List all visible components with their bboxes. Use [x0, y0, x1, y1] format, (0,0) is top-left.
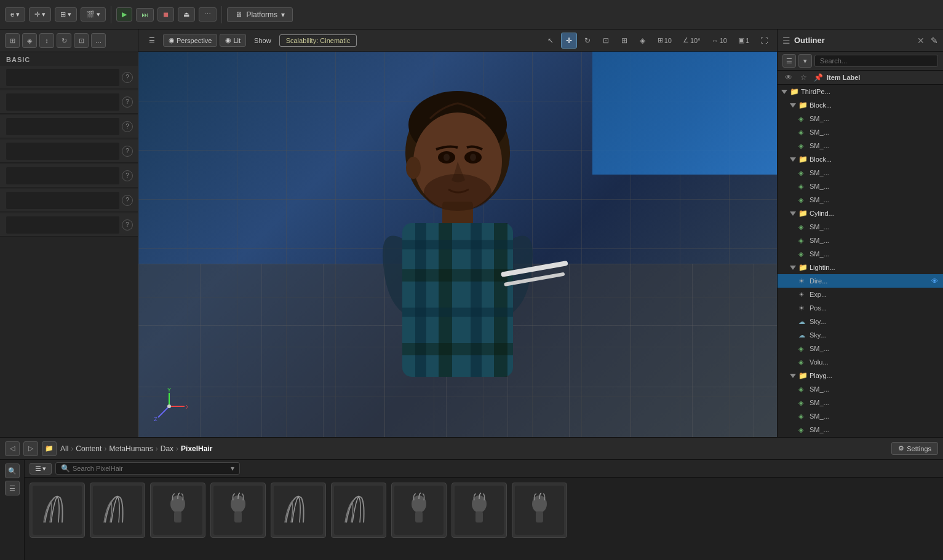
outline-item[interactable]: ◈ Volu... [778, 355, 943, 369]
outline-item[interactable]: 📁 ThirdPe... [778, 85, 943, 98]
panel-item-input-3[interactable] [6, 118, 119, 135]
asset-thumbnail[interactable] [512, 483, 567, 538]
outline-item[interactable]: ☀ Pos... [778, 301, 943, 315]
outline-item[interactable]: ◈ SM_... [778, 396, 943, 409]
panel-item-input-4[interactable] [6, 143, 119, 160]
asset-thumbnail[interactable] [271, 483, 326, 538]
help-icon-7[interactable]: ? [122, 219, 133, 231]
asset-thumbnail[interactable] [331, 483, 386, 538]
asset-thumbnail[interactable] [30, 483, 85, 538]
browser-nav-back[interactable]: ◁ [5, 441, 20, 456]
grid-size-btn[interactable]: ⊞ 10 [653, 34, 676, 46]
outline-item[interactable]: ◈ SM_... [778, 220, 943, 234]
outliner-close-btn[interactable]: ✕ [917, 36, 925, 45]
outline-item[interactable]: ◈ SM_... [778, 166, 943, 179]
move-icon-btn[interactable]: ↕ [39, 33, 54, 48]
help-icon-2[interactable]: ? [122, 97, 133, 108]
surface-snapping-btn[interactable]: ◈ [635, 33, 651, 49]
help-icon-4[interactable]: ? [122, 146, 133, 157]
cinematic-btn[interactable]: 🎬 ▾ [81, 7, 106, 22]
rotate-btn[interactable]: ↻ [579, 33, 595, 49]
outline-item[interactable]: 📁 Playg... [778, 369, 943, 382]
help-icon-3[interactable]: ? [122, 121, 133, 132]
rotate-icon-btn[interactable]: ↻ [57, 33, 71, 48]
outline-item[interactable]: ◈ SM_... [778, 139, 943, 152]
outline-item[interactable]: ☁ Sky... [778, 315, 943, 328]
outline-item[interactable]: ☀ Exp... [778, 288, 943, 301]
scale-icon-btn[interactable]: ⊡ [74, 33, 89, 48]
outline-item[interactable]: ◈ SM_... [778, 179, 943, 193]
more-tools-btn[interactable]: … [91, 33, 106, 48]
add-btn[interactable]: ✛ ▾ [29, 7, 51, 22]
outline-item[interactable]: ◈ SM_... [778, 382, 943, 396]
search-dropdown-icon[interactable]: ▾ [231, 464, 234, 473]
browser-nav-forward[interactable]: ▷ [23, 441, 38, 456]
outline-item[interactable]: 📁 Cylind... [778, 207, 943, 220]
search-icon-btn[interactable]: 🔍 [5, 463, 20, 478]
filter-dropdown[interactable]: ☰ ▾ [30, 463, 52, 475]
outline-item[interactable]: ◈ SM_... [778, 112, 943, 125]
show-btn[interactable]: Show [249, 34, 277, 47]
play-skip-button[interactable]: ⏭ [136, 8, 154, 22]
filter-icon-btn[interactable]: ☰ [5, 481, 20, 495]
outline-item[interactable]: ☀ Dire... 👁 [778, 274, 943, 288]
outline-item[interactable]: ◈ SM_... [778, 193, 943, 207]
scale-snap-btn[interactable]: ↔ 10 [707, 35, 731, 46]
outliner-pencil-btn[interactable]: ✎ [931, 36, 938, 45]
camera-btn[interactable]: ▣ 1 [734, 34, 754, 46]
panel-item-input-5[interactable] [6, 167, 119, 184]
breadcrumb-pixelhair[interactable]: PixelHair [181, 444, 212, 453]
asset-thumbnail[interactable] [150, 483, 205, 538]
angle-snap-btn[interactable]: ∠ 10° [678, 34, 705, 46]
outline-item[interactable]: ◈ SM_... [778, 409, 943, 423]
visibility-icon[interactable]: 👁 [929, 276, 939, 286]
panel-item-input-1[interactable] [6, 69, 119, 86]
outliner-filter-btn[interactable]: ☰ [782, 54, 796, 68]
platforms-button[interactable]: 🖥 Platforms ▾ [227, 7, 293, 22]
outline-item[interactable]: 📁 Block... [778, 152, 943, 166]
outline-item[interactable]: ☁ Sky... [778, 328, 943, 342]
panel-item-input-6[interactable] [6, 192, 119, 209]
browser-folder-btn[interactable]: 📁 [42, 441, 57, 456]
lit-btn[interactable]: ◉ Lit [220, 34, 246, 47]
viewport-canvas[interactable]: X Y Z [138, 52, 777, 437]
outline-item[interactable]: 📁 Lightin... [778, 261, 943, 274]
world-grid-btn[interactable]: ⊞ [616, 33, 632, 49]
layout-btn[interactable]: ⊞ ▾ [55, 7, 77, 22]
eject-button[interactable]: ⏏ [178, 7, 195, 22]
help-icon-5[interactable]: ? [122, 170, 133, 181]
translate-btn[interactable]: ✛ [561, 33, 577, 49]
modes-icon-btn[interactable]: ⊞ [5, 33, 20, 48]
play-button[interactable]: ▶ [116, 7, 132, 22]
outline-item[interactable]: ◈ SM_... [778, 125, 943, 139]
panel-item-input-7[interactable] [6, 216, 119, 234]
scalability-btn[interactable]: Scalability: Cinematic [279, 34, 357, 47]
maximize-btn[interactable]: ⛶ [756, 33, 772, 49]
select-mode-btn[interactable]: ↖ [543, 33, 559, 49]
content-browser-settings-btn[interactable]: ⚙ Settings [891, 442, 938, 455]
mode-select-btn[interactable]: e ▾ [5, 7, 25, 22]
asset-thumbnail[interactable] [452, 483, 507, 538]
outline-item[interactable]: ◈ SM_... [778, 342, 943, 355]
help-icon-1[interactable]: ? [122, 72, 133, 83]
outline-item[interactable]: ◈ SM_... [778, 247, 943, 261]
hamburger-menu-btn[interactable]: ☰ [143, 34, 161, 47]
asset-thumbnail[interactable] [90, 483, 145, 538]
select-icon-btn[interactable]: ◈ [22, 33, 37, 48]
perspective-btn[interactable]: ◉ Perspective [163, 34, 217, 47]
asset-thumbnail[interactable] [391, 483, 447, 538]
scale-btn[interactable]: ⊡ [598, 33, 614, 49]
outline-item[interactable]: ◈ SM_... [778, 234, 943, 247]
breadcrumb-root[interactable]: All [60, 444, 68, 453]
outliner-search-input[interactable] [814, 55, 938, 67]
breadcrumb-metahumans[interactable]: MetaHumans [109, 444, 153, 453]
outline-item[interactable]: 📁 Block... [778, 98, 943, 112]
asset-thumbnail[interactable] [210, 483, 266, 538]
stop-button[interactable]: ◼ [157, 7, 174, 22]
outliner-filter-chevron[interactable]: ▾ [798, 54, 812, 68]
panel-item-input-2[interactable] [6, 93, 119, 111]
breadcrumb-dax[interactable]: Dax [161, 444, 173, 453]
more-options-button[interactable]: ⋯ [199, 7, 217, 22]
breadcrumb-content[interactable]: Content [76, 444, 101, 453]
asset-search-input[interactable] [73, 465, 231, 472]
